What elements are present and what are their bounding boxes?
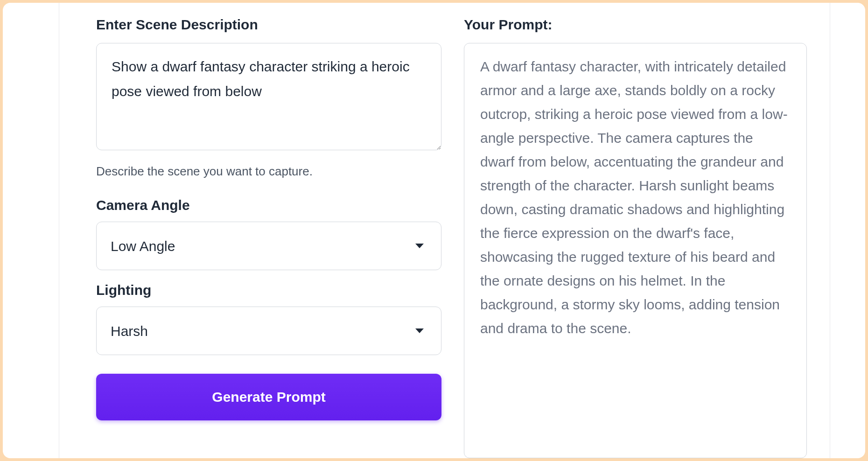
generate-prompt-button[interactable]: Generate Prompt [96,374,441,420]
output-column: Your Prompt: A dwarf fantasy character, … [464,17,807,458]
form-column: Enter Scene Description Describe the sce… [96,17,441,458]
output-scroll[interactable]: A dwarf fantasy character, with intricat… [464,43,806,458]
scene-description-input[interactable] [96,43,441,150]
camera-angle-select[interactable]: Low Angle [96,222,441,270]
your-prompt-title: Your Prompt: [464,17,807,33]
lighting-label: Lighting [96,282,441,298]
lighting-field: Lighting Harsh [96,282,441,355]
scene-description-helper: Describe the scene you want to capture. [96,164,441,179]
camera-angle-select-wrap: Low Angle [96,222,441,270]
scene-description-label: Enter Scene Description [96,17,441,33]
camera-angle-field: Camera Angle Low Angle [96,197,441,270]
camera-angle-label: Camera Angle [96,197,441,213]
lighting-select[interactable]: Harsh [96,307,441,355]
lighting-select-wrap: Harsh [96,307,441,355]
output-box: A dwarf fantasy character, with intricat… [464,43,807,458]
app-frame: Enter Scene Description Describe the sce… [3,3,865,458]
scene-field: Enter Scene Description Describe the sce… [96,17,441,179]
content: Enter Scene Description Describe the sce… [59,3,830,458]
output-text: A dwarf fantasy character, with intricat… [480,55,791,340]
